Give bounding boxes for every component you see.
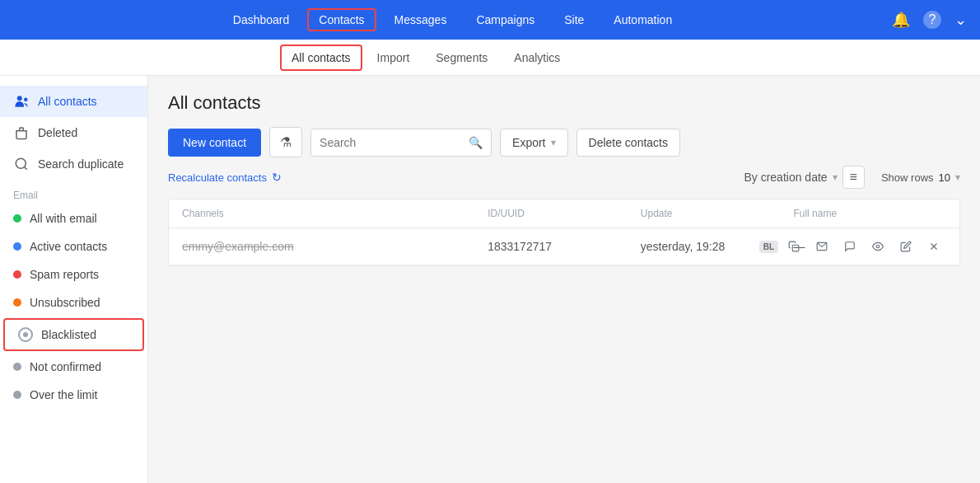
gray-dot-over-limit [13, 391, 21, 399]
svg-point-1 [24, 98, 28, 102]
subnav-segments[interactable]: Segments [424, 45, 499, 71]
sort-controls: By creation date ▾ ≡ Show rows 10 ▾ [744, 166, 960, 189]
sort-chevron-icon: ▾ [833, 171, 838, 183]
email-section-label: Email [0, 180, 147, 204]
new-contact-button[interactable]: New contact [168, 129, 261, 157]
contact-action-email[interactable] [810, 234, 834, 259]
col-fullname: Full name [793, 208, 946, 219]
contact-action-chat[interactable] [838, 234, 862, 259]
subnav-import[interactable]: Import [366, 45, 422, 71]
recalculate-label: Recalculate contacts [168, 171, 267, 184]
col-id: ID/UUID [488, 208, 641, 219]
orange-dot [13, 298, 21, 307]
bell-icon[interactable]: 🔔 [892, 11, 910, 29]
show-rows-label: Show rows [881, 171, 934, 184]
red-dot [13, 270, 21, 279]
recalculate-link[interactable]: Recalculate contacts ↻ [168, 171, 282, 184]
sidebar: All contacts Deleted Search duplicate Em… [0, 76, 148, 483]
nav-messages[interactable]: Messages [383, 8, 459, 31]
blue-dot [13, 242, 21, 251]
main-layout: All contacts Deleted Search duplicate Em… [0, 76, 980, 483]
search-wrapper: 🔍 [310, 129, 492, 157]
sidebar-item-not-confirmed[interactable]: Not confirmed [0, 353, 147, 381]
sort-label: By creation date [744, 171, 827, 184]
recalculate-row: Recalculate contacts ↻ By creation date … [168, 166, 960, 189]
export-button[interactable]: Export ▾ [500, 129, 567, 157]
sidebar-label-over-limit: Over the limit [30, 388, 97, 401]
sidebar-label-blacklisted: Blacklisted [41, 328, 96, 341]
table-row: emmy@example.com 1833172717 yesterday, 1… [169, 228, 959, 265]
sidebar-item-over-limit[interactable]: Over the limit [0, 381, 147, 409]
sort-order-button[interactable]: ≡ [842, 166, 865, 189]
show-rows-chevron-icon: ▾ [955, 171, 960, 183]
sidebar-item-spam-reports[interactable]: Spam reports [0, 260, 147, 288]
bl-badge[interactable]: BL [759, 241, 778, 253]
sidebar-item-active-contacts[interactable]: Active contacts [0, 232, 147, 260]
sidebar-label-unsubscribed: Unsubscribed [30, 296, 100, 309]
blacklisted-ring-icon [18, 327, 33, 342]
gray-dot-not-confirmed [13, 363, 21, 371]
contact-action-delete[interactable] [922, 234, 946, 259]
show-rows-count: 10 [939, 171, 950, 184]
sidebar-item-all-with-email[interactable]: All with email [0, 204, 147, 232]
contacts-table: Channels ID/UUID Update Full name emmy@e… [168, 199, 960, 266]
sidebar-item-search-duplicate[interactable]: Search duplicate [0, 148, 147, 180]
search-duplicate-icon [13, 156, 30, 172]
col-channels: Channels [182, 208, 488, 219]
top-navigation: Dashboard Contacts Messages Campaigns Si… [0, 0, 980, 40]
table-header: Channels ID/UUID Update Full name [169, 199, 959, 228]
subnav-analytics[interactable]: Analytics [502, 45, 572, 71]
recalculate-icon: ↻ [272, 171, 282, 184]
filter-button[interactable]: ⚗ [269, 127, 302, 157]
export-chevron-icon: ▾ [551, 137, 556, 148]
svg-point-3 [16, 158, 26, 168]
nav-contacts[interactable]: Contacts [307, 8, 376, 31]
svg-rect-5 [792, 245, 799, 251]
svg-point-7 [876, 245, 880, 248]
sidebar-label-deleted: Deleted [38, 126, 77, 139]
show-rows: Show rows 10 ▾ [881, 171, 960, 184]
top-nav-items: Dashboard Contacts Messages Campaigns Si… [13, 8, 892, 31]
main-content: All contacts New contact ⚗ 🔍 Export ▾ De… [148, 76, 980, 483]
contact-action-view[interactable] [866, 234, 890, 259]
sidebar-item-unsubscribed[interactable]: Unsubscribed [0, 288, 147, 317]
nav-campaigns[interactable]: Campaigns [464, 8, 546, 31]
toolbar: New contact ⚗ 🔍 Export ▾ Delete contacts [168, 127, 960, 157]
sidebar-label-all-with-email: All with email [30, 212, 97, 225]
sidebar-label-active-contacts: Active contacts [30, 240, 107, 253]
svg-point-0 [17, 96, 22, 101]
svg-line-4 [24, 166, 26, 169]
nav-automation[interactable]: Automation [602, 8, 684, 31]
subnav-all-contacts[interactable]: All contacts [280, 45, 362, 71]
sidebar-label-spam-reports: Spam reports [30, 268, 99, 281]
green-dot [13, 214, 21, 223]
page-title: All contacts [168, 92, 960, 114]
delete-contacts-button[interactable]: Delete contacts [576, 129, 681, 157]
col-update: Update [641, 208, 794, 219]
nav-dashboard[interactable]: Dashboard [222, 8, 301, 31]
search-icon: 🔍 [469, 136, 483, 149]
deleted-icon [13, 124, 30, 141]
sidebar-label-search-duplicate: Search duplicate [38, 157, 124, 171]
user-menu-icon[interactable]: ⌄ [954, 11, 967, 29]
contact-id: 1833172717 [488, 240, 641, 253]
search-input[interactable] [320, 129, 469, 156]
help-icon[interactable]: ? [923, 11, 941, 29]
sidebar-item-blacklisted[interactable]: Blacklisted [3, 318, 144, 351]
contact-email: emmy@example.com [182, 240, 488, 253]
contact-action-edit[interactable] [894, 234, 918, 259]
sidebar-item-all-contacts[interactable]: All contacts [0, 86, 147, 117]
row-actions: BL [759, 234, 946, 259]
sidebar-label-not-confirmed: Not confirmed [30, 360, 101, 373]
export-label: Export [512, 136, 545, 149]
sub-navigation: All contacts Import Segments Analytics [0, 40, 980, 76]
contact-action-copy[interactable] [782, 234, 806, 259]
sidebar-label-all-contacts: All contacts [38, 95, 97, 108]
top-nav-right: 🔔 ? ⌄ [892, 11, 967, 29]
all-contacts-icon [13, 93, 30, 110]
sidebar-item-deleted[interactable]: Deleted [0, 117, 147, 148]
nav-site[interactable]: Site [553, 8, 595, 31]
filter-icon: ⚗ [280, 134, 292, 150]
